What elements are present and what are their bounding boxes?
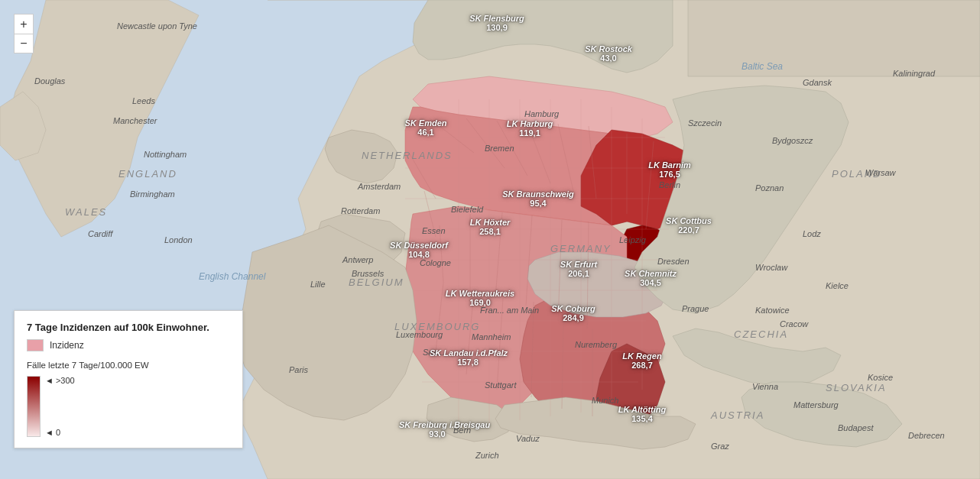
svg-rect-21 (688, 0, 980, 76)
legend: 7 Tage Inzidenzen auf 100k Einwohner. In… (14, 310, 243, 448)
legend-incidenz-label: Inzidenz (50, 340, 84, 351)
legend-gradient-labels: ◄ >300 ◄ 0 (45, 376, 75, 437)
map-container: + − Newcastle upon TyneDouglasLeedsManch… (0, 0, 980, 479)
zoom-out-button[interactable]: − (14, 34, 34, 53)
zoom-controls: + − (14, 14, 34, 53)
legend-gradient-bar (27, 376, 41, 437)
zoom-in-button[interactable]: + (14, 14, 34, 34)
legend-max-label: ◄ >300 (45, 376, 75, 385)
legend-title: 7 Tage Inzidenzen auf 100k Einwohner. (27, 322, 230, 333)
legend-swatch (27, 339, 44, 351)
legend-subtitle: Fälle letzte 7 Tage/100.000 EW (27, 361, 230, 370)
legend-gradient-row: ◄ >300 ◄ 0 (27, 376, 230, 437)
legend-min-label: ◄ 0 (45, 428, 75, 437)
